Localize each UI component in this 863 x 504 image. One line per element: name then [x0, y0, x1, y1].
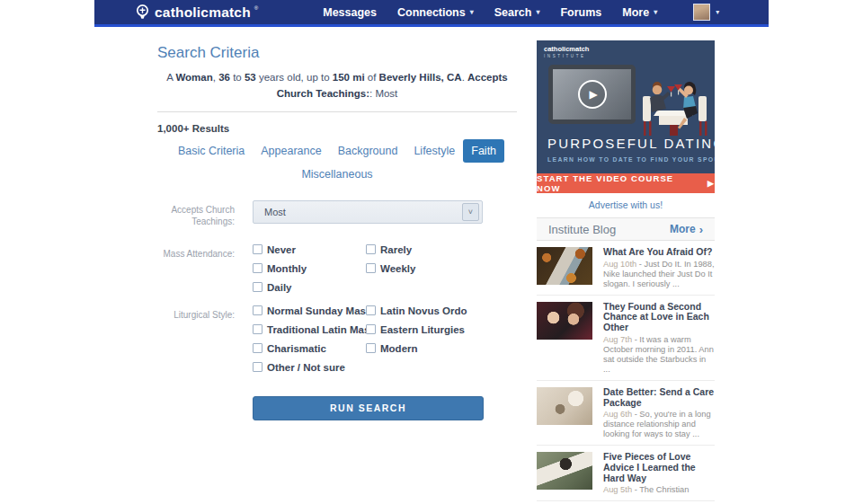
faith-criteria-form: Accepts Church Teachings: Most ˅ Mass At… — [157, 200, 517, 420]
blog-post[interactable]: What Are You Afraid Of? Aug 10th - Just … — [537, 241, 715, 296]
checkbox-eastern-liturgies[interactable]: Eastern Liturgies — [366, 324, 483, 335]
chevron-down-icon: ▾ — [716, 9, 719, 16]
blog-title: Institute Blog — [548, 223, 616, 236]
blog-post-title[interactable]: Five Pieces of Love Advice I Learned the… — [603, 452, 715, 483]
tab-lifestyle[interactable]: Lifestyle — [405, 139, 463, 163]
liturgical-style-options: Normal Sunday Mass Latin Novus Ordo Trad… — [253, 305, 483, 373]
blog-post-title[interactable]: Date Better: Send a Care Package — [603, 387, 715, 409]
blog-post-title[interactable]: They Found a Second Chance at Love in Ea… — [603, 302, 715, 333]
blog-post-thumbnail[interactable] — [537, 302, 592, 340]
page: catholicmatch ® Messages Connections ▾ S… — [94, 0, 769, 501]
blog-post-excerpt: - The Christian — [635, 485, 690, 494]
institute-blog-header: Institute Blog More › — [537, 217, 715, 241]
page-title: Search Criteria — [157, 44, 517, 62]
checkbox-box — [366, 324, 376, 334]
logo-trademark: ® — [254, 5, 258, 11]
nav-item-connections[interactable]: Connections ▾ — [397, 6, 474, 19]
checkbox-daily[interactable]: Daily — [253, 282, 366, 293]
tab-basic-criteria[interactable]: Basic Criteria — [170, 139, 253, 163]
checkbox-box — [253, 362, 262, 372]
checkbox-charismatic[interactable]: Charismatic — [253, 343, 366, 354]
blog-post-meta: Aug 5th - The Christian — [603, 485, 715, 495]
checkbox-never[interactable]: Never — [253, 244, 366, 255]
top-nav: catholicmatch ® Messages Connections ▾ S… — [94, 0, 769, 27]
advertise-link[interactable]: Advertise with us! — [537, 199, 715, 210]
blog-post-title[interactable]: What Are You Afraid Of? — [603, 247, 715, 258]
checkbox-traditional-latin-mass[interactable]: Traditional Latin Mass — [253, 324, 366, 335]
tab-miscellaneous[interactable]: Miscellaneous — [293, 163, 380, 186]
checkbox-other-not-sure[interactable]: Other / Not sure — [253, 362, 366, 373]
nav-item-search[interactable]: Search ▾ — [494, 6, 540, 19]
chevron-right-icon: › — [699, 224, 703, 235]
checkbox-box — [253, 324, 262, 334]
criteria-tabs: Basic Criteria Appearance Background Lif… — [157, 139, 517, 186]
accepts-church-teachings-select[interactable]: Most ˅ — [253, 200, 483, 224]
logo-text: catholicmatch — [155, 4, 251, 21]
blog-post[interactable]: Date Better: Send a Care Package Aug 6th… — [537, 381, 715, 446]
nav-item-messages[interactable]: Messages — [323, 6, 377, 19]
mass-attendance-options: Never Rarely Monthly Weekly Daily — [253, 244, 483, 293]
checkbox-rarely[interactable]: Rarely — [366, 244, 483, 255]
checkbox-monthly[interactable]: Monthly — [253, 263, 366, 274]
blog-post-date: Aug 6th — [603, 410, 632, 419]
checkbox-normal-sunday-mass[interactable]: Normal Sunday Mass — [253, 305, 366, 316]
blog-more-link[interactable]: More › — [670, 223, 703, 235]
catholicmatch-logo[interactable]: catholicmatch ® — [134, 4, 258, 21]
tab-background[interactable]: Background — [330, 139, 406, 163]
nav-item-forums[interactable]: Forums — [560, 6, 601, 19]
chevron-down-icon: ▾ — [654, 9, 657, 16]
blog-post-meta: Aug 10th - Just Do It. In 1988, Nike lau… — [603, 260, 715, 289]
catholicmatch-institute-logo: catholicmatch INSTITUTE — [544, 46, 589, 58]
checkbox-box — [253, 305, 262, 315]
liturgical-style-label: Liturgical Style: — [157, 305, 235, 373]
start-video-course-button[interactable]: START THE VIDEO COURSE NOW ▶ — [537, 173, 715, 193]
checkbox-box — [366, 263, 376, 273]
checkbox-modern[interactable]: Modern — [366, 343, 483, 354]
checkbox-box — [366, 305, 376, 315]
checkbox-weekly[interactable]: Weekly — [366, 263, 483, 274]
blog-post-date: Aug 7th — [603, 335, 632, 344]
tab-faith[interactable]: Faith — [463, 139, 504, 163]
divider — [157, 111, 517, 112]
nav-menu: Messages Connections ▾ Search ▾ Forums M… — [323, 6, 657, 19]
checkbox-latin-novus-ordo[interactable]: Latin Novus Ordo — [366, 305, 483, 316]
mass-attendance-label: Mass Attendance: — [157, 244, 235, 293]
blog-post-date: Aug 5th — [603, 485, 632, 494]
checkbox-box — [253, 244, 262, 254]
blog-post-date: Aug 10th — [603, 260, 636, 269]
blog-post-meta: Aug 6th - So, you're in a long distance … — [603, 410, 715, 439]
results-count: 1,000+ Results — [157, 123, 517, 134]
nav-item-more[interactable]: More ▾ — [622, 6, 657, 19]
catholicmatch-logo-icon — [134, 4, 151, 21]
avatar — [693, 4, 710, 21]
couple-illustration — [632, 73, 715, 141]
checkbox-box — [253, 343, 262, 353]
run-search-button[interactable]: RUN SEARCH — [253, 396, 484, 420]
ad-illustration: catholicmatch INSTITUTE ▶ — [537, 40, 715, 173]
blog-post-meta: Aug 7th - It was a warm October morning … — [603, 335, 715, 375]
select-chevron-icon[interactable]: ˅ — [462, 203, 479, 221]
ad-subtitle: LEARN HOW TO DATE TO FIND YOUR SPOUSE — [547, 156, 715, 163]
ad-title: PURPOSEFUL DATING — [547, 136, 715, 151]
blog-post-thumbnail[interactable] — [537, 247, 592, 285]
video-course-ad[interactable]: catholicmatch INSTITUTE ▶ — [537, 40, 715, 193]
blog-post[interactable]: Five Pieces of Love Advice I Learned the… — [537, 446, 715, 501]
chevron-down-icon: ▾ — [470, 9, 474, 16]
tv-screen: ▶ — [548, 65, 636, 124]
checkbox-box — [366, 343, 376, 353]
play-icon: ▶ — [707, 179, 715, 188]
tab-appearance[interactable]: Appearance — [253, 139, 329, 163]
blog-post-thumbnail[interactable] — [537, 387, 592, 425]
accepts-church-teachings-label: Accepts Church Teachings: — [157, 200, 235, 228]
sidebar: catholicmatch INSTITUTE ▶ — [537, 27, 715, 501]
select-value: Most — [254, 207, 286, 217]
search-criteria-panel: Search Criteria A Woman, 36 to 53 years … — [157, 27, 517, 501]
blog-post-thumbnail[interactable] — [537, 452, 592, 490]
blog-post[interactable]: They Found a Second Chance at Love in Ea… — [537, 296, 715, 381]
checkbox-box — [253, 263, 262, 273]
user-menu[interactable]: ▾ — [693, 4, 719, 21]
checkbox-box — [253, 282, 262, 292]
play-button-icon[interactable]: ▶ — [578, 80, 607, 109]
chevron-down-icon: ▾ — [536, 9, 539, 16]
search-summary: A Woman, 36 to 53 years old, up to 150 m… — [157, 70, 517, 102]
